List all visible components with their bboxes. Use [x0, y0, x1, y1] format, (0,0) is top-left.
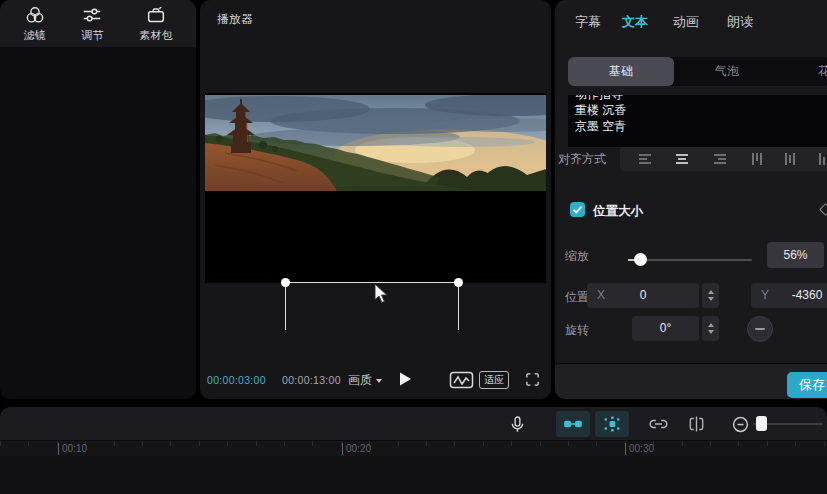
text-settings-panel: 字幕 文本 动画 朗读 基础 气泡 花字 动作指导 重楼 沉香 京墨 空青 对齐… — [555, 0, 827, 399]
toolbar-item-label: 调节 — [81, 28, 103, 43]
chevron-down-icon — [708, 330, 714, 334]
align-right-icon[interactable] — [712, 151, 728, 167]
preview-line: 京墨 空青 — [575, 118, 827, 134]
fit-button[interactable]: 适应 — [479, 371, 509, 389]
tab-reading[interactable]: 朗读 — [727, 13, 753, 31]
x-axis-label: X — [597, 283, 605, 308]
rotation-input[interactable]: 0° — [632, 316, 699, 341]
quality-label: 画质 — [348, 372, 372, 389]
split-preview-button[interactable] — [681, 411, 711, 437]
waveform-preview-icon — [449, 371, 474, 389]
valign-bottom-icon[interactable] — [816, 151, 827, 167]
total-timecode: 00:00:13:00 — [282, 374, 341, 386]
toolbar-item-adjust[interactable]: 调节 — [81, 4, 103, 43]
preview-line: 动作指导 — [575, 95, 827, 102]
chevron-down-icon — [376, 379, 382, 383]
fit-label: 适应 — [484, 374, 504, 385]
valign-middle-icon[interactable] — [782, 151, 798, 167]
scale-value-box[interactable]: 56% — [767, 242, 824, 268]
toolbar-item-filters[interactable]: 滤镜 — [24, 4, 46, 43]
preview-quality-button[interactable] — [449, 371, 474, 389]
video-frame-image — [205, 95, 546, 191]
main-track-magnet-button[interactable] — [556, 411, 590, 437]
link-icon — [648, 415, 669, 433]
timeline-zoom-slider-thumb[interactable] — [756, 416, 767, 431]
microphone-icon — [508, 415, 527, 434]
timeline-track-area[interactable] — [0, 456, 827, 494]
play-icon — [396, 370, 414, 388]
ruler-ticks — [0, 441, 827, 446]
split-preview-icon — [687, 415, 706, 433]
left-toolbar: 滤镜 调节 素材包 — [0, 0, 196, 47]
position-y-input[interactable]: Y -4360 — [751, 283, 827, 308]
selection-box-right-edge[interactable] — [458, 283, 459, 330]
quality-dropdown[interactable]: 画质 — [348, 372, 382, 389]
position-label: 位置 — [565, 289, 589, 306]
alignment-button-group — [620, 147, 827, 171]
keyframe-diamond-icon[interactable] — [819, 203, 827, 216]
player-controls: 00:00:03:00 00:00:13:00 画质 适应 — [200, 366, 551, 396]
chevron-up-icon — [708, 323, 714, 327]
align-left-icon[interactable] — [637, 151, 653, 167]
sub-tab-fancy-text[interactable]: 花字 — [800, 57, 827, 86]
video-canvas[interactable] — [205, 93, 546, 283]
record-audio-button[interactable] — [502, 411, 532, 437]
tab-subtitle[interactable]: 字幕 — [575, 13, 601, 31]
fullscreen-icon — [524, 371, 541, 388]
timeline-toolbar — [0, 407, 827, 440]
rotation-stepper[interactable] — [702, 316, 719, 341]
tab-text[interactable]: 文本 — [622, 13, 648, 31]
chevron-up-icon — [708, 290, 714, 294]
magnet-track-icon — [563, 415, 583, 433]
timeline-panel: 00:10 00:20 00:30 — [0, 407, 827, 494]
timeline-ruler[interactable]: 00:10 00:20 00:30 — [0, 440, 827, 456]
selection-handle-left[interactable] — [281, 278, 290, 287]
rotation-value: 0° — [632, 316, 699, 341]
selection-handle-right[interactable] — [454, 278, 463, 287]
zoom-out-button[interactable] — [727, 411, 753, 437]
app-window: 滤镜 调节 素材包 — [0, 0, 827, 494]
ruler-label: 00:10 — [58, 443, 87, 455]
player-title: 播放器 — [217, 11, 253, 28]
linkage-button[interactable] — [643, 411, 673, 437]
adjust-icon — [81, 4, 103, 26]
current-timecode: 00:00:03:00 — [207, 374, 266, 386]
selection-box-left-edge[interactable] — [285, 283, 286, 330]
align-label: 对齐方式 — [558, 151, 606, 168]
rotation-label: 旋转 — [565, 322, 589, 339]
align-center-icon[interactable] — [674, 151, 690, 167]
position-size-checkbox[interactable] — [570, 202, 585, 217]
filter-icon — [24, 4, 46, 26]
ruler-label: 00:30 — [625, 443, 654, 455]
toolbar-item-label: 滤镜 — [24, 28, 46, 43]
fullscreen-button[interactable] — [524, 371, 541, 388]
save-button[interactable]: 保存 — [787, 372, 827, 398]
scale-slider-thumb[interactable] — [634, 253, 647, 266]
scale-label: 缩放 — [565, 248, 589, 265]
material-package-icon — [145, 4, 167, 26]
text-content-preview[interactable]: 动作指导 重楼 沉香 京墨 空青 — [568, 95, 827, 147]
panel-footer: 保存 — [555, 363, 827, 399]
y-axis-label: Y — [761, 283, 769, 308]
valign-top-icon[interactable] — [749, 151, 765, 167]
preview-line: 重楼 沉香 — [575, 102, 827, 118]
auto-snap-button[interactable] — [595, 411, 629, 437]
position-x-input[interactable]: X 0 — [587, 283, 699, 308]
toolbar-item-material-pack[interactable]: 素材包 — [139, 4, 172, 43]
zoom-out-icon — [731, 415, 750, 434]
tab-animation[interactable]: 动画 — [673, 13, 699, 31]
sub-tab-bubble[interactable]: 气泡 — [674, 57, 780, 86]
sub-tab-bar: 基础 气泡 花字 — [568, 57, 827, 86]
ruler-label: 00:20 — [342, 443, 371, 455]
player-panel: 播放器 — [200, 0, 551, 399]
rotation-dial[interactable] — [747, 316, 773, 342]
left-sidebar-panel: 滤镜 调节 素材包 — [0, 0, 196, 399]
sub-tab-basic[interactable]: 基础 — [568, 57, 674, 86]
chevron-down-icon — [708, 297, 714, 301]
play-button[interactable] — [396, 370, 416, 390]
position-x-stepper[interactable] — [702, 283, 719, 308]
selection-box-top-edge[interactable] — [285, 282, 458, 284]
check-icon — [570, 202, 585, 217]
toolbar-item-label: 素材包 — [139, 28, 172, 43]
snap-icon — [602, 415, 622, 433]
